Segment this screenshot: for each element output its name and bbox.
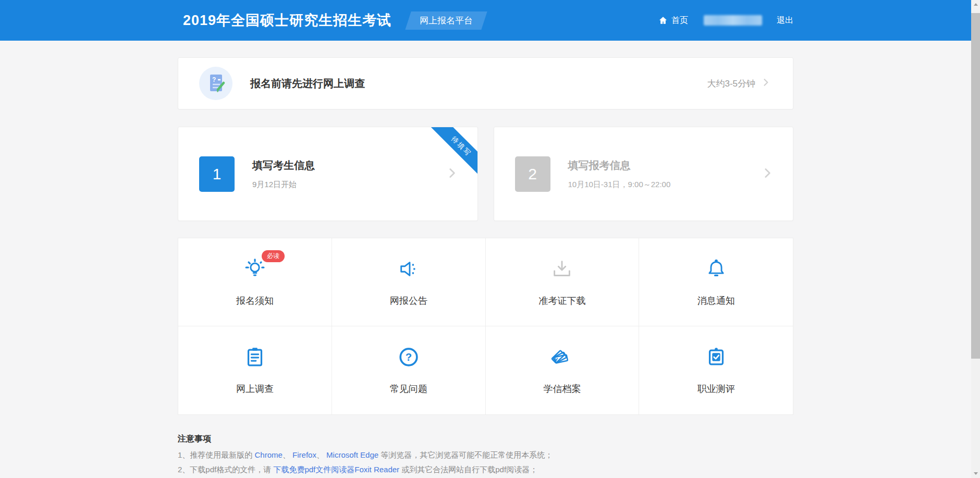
announcement-icon [397, 257, 421, 281]
must-read-badge: 必读 [262, 250, 285, 262]
scrollbar-up-arrow[interactable] [971, 0, 980, 9]
tile-label: 网上调查 [236, 383, 274, 395]
tile-registration-notice[interactable]: 必读 报名须知 [178, 238, 332, 326]
tile-admission-ticket-download[interactable]: 准考证下载 [486, 238, 640, 326]
scrollbar-thumb[interactable] [971, 13, 980, 359]
tile-faq[interactable]: ? 常见问题 [332, 326, 486, 414]
tile-label: 职业测评 [697, 383, 735, 395]
header: 2019年全国硕士研究生招生考试 网上报名平台 首页 退出 [0, 0, 971, 41]
feature-grid: 必读 报名须知 网报公告 [178, 238, 793, 415]
tile-announcements[interactable]: 网报公告 [332, 238, 486, 326]
firefox-link[interactable]: Firefox [292, 450, 316, 459]
svg-text:?: ? [212, 76, 216, 83]
download-icon [550, 257, 574, 281]
foxit-reader-link[interactable]: 下载免费pdf文件阅读器Foxit Reader [273, 465, 399, 474]
survey-banner-title: 报名前请先进行网上调查 [250, 77, 365, 91]
survey-duration: 大约3-5分钟 [707, 78, 755, 90]
tile-notifications[interactable]: 消息通知 [639, 238, 793, 326]
chrome-link[interactable]: Chrome [255, 450, 283, 459]
chevron-right-icon [761, 166, 774, 182]
survey-banner[interactable]: ? 报名前请先进行网上调查 大约3-5分钟 [178, 57, 793, 109]
edge-link[interactable]: Microsoft Edge [326, 450, 378, 459]
notes-section: 注意事项 1、推荐使用最新版的 Chrome、 Firefox、 Microso… [178, 425, 793, 478]
tile-label: 网报公告 [390, 295, 427, 307]
ribbon-label: 待填写 [428, 127, 477, 177]
bell-icon [704, 257, 728, 281]
step-title: 填写考生信息 [252, 158, 315, 173]
note-line-2: 2、下载pdf格式的文件，请 下载免费pdf文件阅读器Foxit Reader … [178, 465, 793, 474]
chevron-right-icon [761, 77, 771, 90]
platform-badge: 网上报名平台 [405, 11, 487, 30]
question-icon: ? [397, 345, 421, 369]
tile-online-survey[interactable]: 网上调查 [178, 326, 332, 414]
step-card-candidate-info[interactable]: 1 填写考生信息 9月12日开始 待填写 [178, 127, 478, 221]
home-icon [658, 16, 668, 25]
svg-text:?: ? [405, 351, 411, 363]
logout-button[interactable]: 退出 [777, 15, 793, 26]
tile-chsi-archive[interactable]: 学信档案 [486, 326, 640, 414]
note-line-1: 1、推荐使用最新版的 Chrome、 Firefox、 Microsoft Ed… [178, 451, 793, 459]
tile-label: 准考证下载 [538, 295, 585, 307]
tile-career-assessment[interactable]: 职业测评 [639, 326, 793, 414]
lightbulb-icon: 必读 [243, 257, 267, 281]
step-subtitle: 10月10日-31日，9:00～22:00 [568, 180, 671, 190]
step-number: 1 [199, 156, 235, 192]
home-link[interactable]: 首页 [658, 15, 688, 26]
archive-icon [550, 345, 574, 369]
scrollbar-down-arrow[interactable] [971, 469, 980, 478]
vertical-scrollbar [971, 0, 980, 478]
step-card-application-info[interactable]: 2 填写报考信息 10月10日-31日，9:00～22:00 [494, 127, 794, 221]
tile-label: 消息通知 [697, 295, 735, 307]
survey-icon [243, 345, 267, 369]
tile-label: 报名须知 [236, 295, 274, 307]
assessment-icon [704, 345, 728, 369]
page-title: 2019年全国硕士研究生招生考试 [183, 11, 391, 30]
step-subtitle: 9月12日开始 [252, 180, 315, 190]
tile-label: 学信档案 [543, 383, 581, 395]
username-redacted[interactable] [704, 15, 762, 26]
tile-label: 常见问题 [390, 383, 427, 395]
status-ribbon: 待填写 [427, 127, 477, 177]
notes-heading: 注意事项 [178, 425, 793, 445]
survey-doc-icon: ? [199, 67, 232, 100]
step-title: 填写报考信息 [568, 158, 671, 173]
home-label: 首页 [671, 15, 688, 26]
step-number: 2 [515, 156, 550, 192]
